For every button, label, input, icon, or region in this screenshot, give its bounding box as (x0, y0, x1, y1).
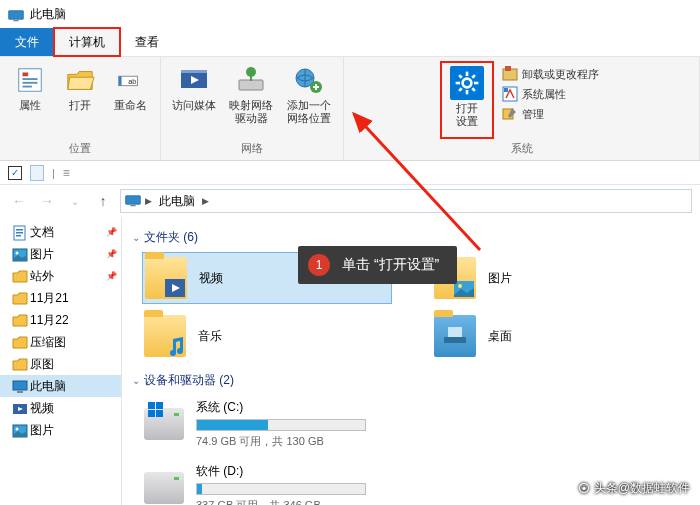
folder-icon (12, 357, 28, 371)
chevron-right-icon[interactable]: ▶ (202, 196, 209, 206)
nav-item-label: 原图 (30, 356, 54, 373)
nav-item[interactable]: 11月22 (0, 309, 121, 331)
drive-free-text: 74.9 GB 可用，共 130 GB (196, 434, 400, 449)
ribbon-tabs: 文件 计算机 查看 (0, 28, 700, 56)
address-bar[interactable]: ▶ 此电脑 ▶ (120, 189, 692, 213)
add-network-location-button[interactable]: 添加一个 网络位置 (281, 61, 337, 126)
svg-point-39 (16, 252, 19, 255)
nav-item[interactable]: 文档📌 (0, 221, 121, 243)
manage-icon (502, 106, 518, 122)
nav-item-label: 图片 (30, 246, 54, 263)
svg-rect-51 (448, 327, 462, 337)
nav-forward-button[interactable]: → (36, 190, 58, 212)
address-segment-root[interactable]: 此电脑 (156, 193, 198, 210)
manage-button[interactable]: 管理 (500, 105, 601, 123)
doc-icon (12, 225, 28, 239)
navigation-pane: 文档📌图片📌站外📌11月2111月22压缩图原图此电脑视频图片 (0, 217, 122, 505)
svg-rect-35 (16, 229, 23, 231)
tab-view[interactable]: 查看 (120, 28, 174, 56)
video-folder-icon (145, 257, 187, 299)
folder-icon (12, 313, 28, 327)
ribbon-group-location: 属性 打开 ab 重命名 位置 (0, 57, 161, 160)
doc-icon (30, 165, 44, 181)
sysprops-icon (502, 86, 518, 102)
nav-back-button[interactable]: ← (8, 190, 30, 212)
section-drives-header[interactable]: ⌄ 设备和驱动器 (2) (132, 372, 690, 389)
drive-icon (144, 408, 184, 440)
folder-item[interactable]: 桌面 (432, 310, 682, 362)
svg-rect-32 (126, 196, 141, 205)
pc-icon (12, 379, 28, 393)
ribbon-group-system-label: 系统 (511, 139, 533, 158)
chevron-right-icon[interactable]: ▶ (145, 196, 152, 206)
section-drives-title: 设备和驱动器 (2) (144, 372, 234, 389)
rename-icon: ab (113, 63, 147, 97)
window-titlebar: 此电脑 (0, 0, 700, 28)
drive-usage-bar (196, 483, 366, 495)
section-folders-header[interactable]: ⌄ 文件夹 (6) (132, 229, 690, 246)
folder-name: 桌面 (488, 328, 512, 345)
overflow-icon[interactable]: ≡ (63, 166, 70, 180)
svg-rect-13 (239, 80, 263, 90)
open-settings-button[interactable]: 打开 设置 (443, 64, 491, 129)
pic-icon (12, 423, 28, 437)
address-pc-icon (125, 195, 141, 207)
computer-icon (8, 8, 24, 20)
address-row: ← → ⌄ ↑ ▶ 此电脑 ▶ (0, 185, 700, 217)
nav-item[interactable]: 原图 (0, 353, 121, 375)
svg-rect-28 (505, 66, 511, 71)
nav-item[interactable]: 11月21 (0, 287, 121, 309)
nav-item[interactable]: 图片 (0, 419, 121, 441)
svg-rect-41 (17, 391, 23, 393)
folder-item[interactable]: 图片 (432, 252, 682, 304)
pin-icon: 📌 (106, 227, 117, 237)
nav-up-button[interactable]: ↑ (92, 190, 114, 212)
nav-item-label: 文档 (30, 224, 54, 241)
properties-icon (13, 63, 47, 97)
svg-rect-37 (16, 235, 21, 237)
map-drive-button[interactable]: 映射网络 驱动器 (223, 61, 279, 126)
nav-item[interactable]: 站外📌 (0, 265, 121, 287)
add-location-icon (292, 63, 326, 97)
svg-rect-5 (23, 82, 38, 84)
uninstall-icon (502, 66, 518, 82)
svg-line-23 (459, 75, 462, 78)
svg-point-18 (463, 79, 472, 88)
folder-item[interactable]: 音乐 (142, 310, 392, 362)
separator: | (52, 167, 55, 179)
svg-point-49 (458, 284, 462, 288)
svg-rect-54 (148, 410, 155, 417)
nav-item[interactable]: 压缩图 (0, 331, 121, 353)
nav-item[interactable]: 此电脑 (0, 375, 121, 397)
folder-icon (12, 335, 28, 349)
folder-icon (12, 291, 28, 305)
uninstall-programs-button[interactable]: 卸载或更改程序 (500, 65, 601, 83)
nav-item-label: 11月22 (30, 312, 69, 329)
drive-item[interactable]: 系统 (C:)74.9 GB 可用，共 130 GB (142, 395, 402, 453)
svg-rect-1 (13, 20, 18, 21)
nav-item-label: 11月21 (30, 290, 69, 307)
rename-button[interactable]: ab 重命名 (106, 61, 154, 114)
checkbox-toggle[interactable]: ✓ (8, 166, 22, 180)
svg-rect-4 (23, 78, 38, 80)
nav-item[interactable]: 图片📌 (0, 243, 121, 265)
desktop-folder-icon (434, 315, 476, 357)
pin-icon: 📌 (106, 271, 117, 281)
window-title: 此电脑 (30, 6, 66, 23)
nav-recent-button[interactable]: ⌄ (64, 190, 86, 212)
svg-line-26 (459, 88, 462, 91)
pin-icon: 📌 (106, 249, 117, 259)
system-properties-button[interactable]: 系统属性 (500, 85, 601, 103)
folder-name: 图片 (488, 270, 512, 287)
open-button[interactable]: 打开 (56, 61, 104, 114)
drive-item[interactable]: 软件 (D:)337 GB 可用，共 346 GB (142, 459, 402, 505)
tab-computer[interactable]: 计算机 (54, 28, 120, 56)
folder-name: 视频 (199, 270, 223, 287)
folder-icon (12, 269, 28, 283)
tab-file[interactable]: 文件 (0, 28, 54, 56)
properties-button[interactable]: 属性 (6, 61, 54, 114)
access-media-button[interactable]: 访问媒体 (167, 61, 221, 114)
svg-line-24 (472, 88, 475, 91)
media-icon (177, 63, 211, 97)
nav-item[interactable]: 视频 (0, 397, 121, 419)
